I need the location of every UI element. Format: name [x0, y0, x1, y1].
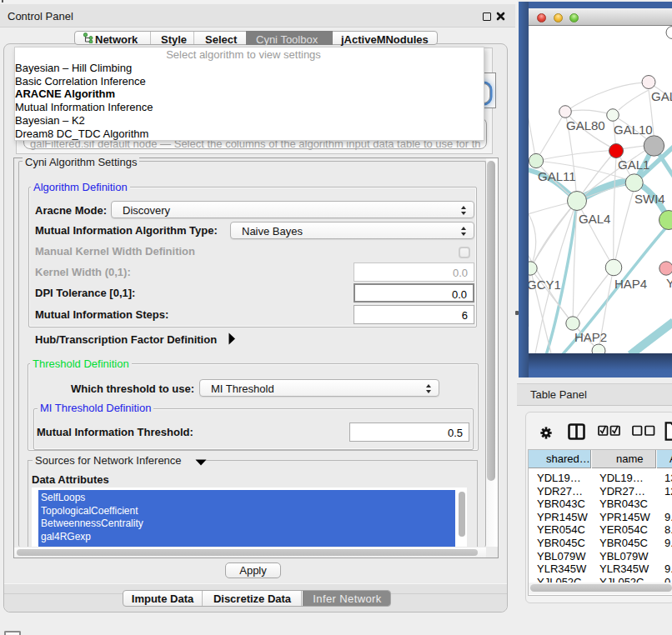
- svg-text:GAL10: GAL10: [614, 122, 653, 137]
- svg-text:GCY1: GCY1: [529, 278, 561, 292]
- svg-text:HAP4: HAP4: [614, 277, 647, 291]
- svg-text:GAL4: GAL4: [579, 212, 610, 226]
- svg-text:GAL11: GAL11: [538, 169, 576, 183]
- svg-text:GAL7: GAL7: [651, 89, 672, 103]
- svg-text:GAL1: GAL1: [618, 158, 649, 172]
- svg-text:HAP2: HAP2: [574, 330, 607, 344]
- svg-text:GAL80: GAL80: [566, 118, 605, 132]
- svg-text:SWI4: SWI4: [634, 192, 665, 206]
- svg-text:Y: Y: [666, 276, 672, 290]
